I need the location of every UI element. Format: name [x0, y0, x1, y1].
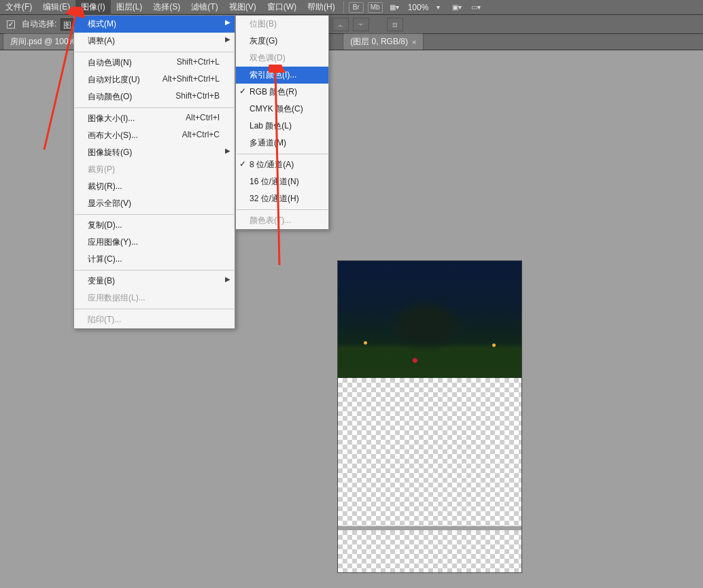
menu-divider: [237, 154, 328, 154]
document-canvas[interactable]: [338, 261, 521, 572]
zoom-level[interactable]: 100%: [408, 3, 429, 12]
mode-multichannel[interactable]: 多通道(M): [236, 135, 328, 152]
minibridge-icon[interactable]: Mb: [368, 2, 383, 13]
menu-variables[interactable]: 变量(B)▶: [74, 273, 235, 290]
menu-auto-contrast[interactable]: 自动对比度(U)Alt+Shift+Ctrl+L: [74, 71, 235, 88]
menu-window[interactable]: 窗口(W): [262, 0, 302, 15]
mode-color-table: 颜色表(T)...: [236, 212, 328, 229]
menu-adjustments[interactable]: 调整(A)▶: [74, 33, 235, 50]
menu-apply-data-set: 应用数据组(L)...: [74, 290, 235, 307]
menu-help[interactable]: 帮助(H): [302, 0, 341, 15]
mode-duotone: 双色调(D): [236, 50, 328, 67]
mode-cmyk[interactable]: CMYK 颜色(C): [236, 101, 328, 118]
film-icon[interactable]: ▦▾: [387, 2, 402, 13]
screen-mode-icon[interactable]: ▭▾: [468, 2, 483, 13]
menu-divider: [237, 209, 328, 210]
menu-mode[interactable]: 模式(M)▶: [74, 16, 235, 33]
mode-indexed-color[interactable]: 索引颜色(I)...: [236, 67, 328, 84]
menu-view[interactable]: 视图(V): [224, 0, 262, 15]
menu-file[interactable]: 文件(F): [0, 0, 37, 15]
transparent-area: [338, 378, 521, 526]
tab-label: 房间.psd @ 100%: [10, 36, 75, 48]
main-menu-bar: 文件(F) 编辑(E) 图像(I) 图层(L) 选择(S) 滤镜(T) 视图(V…: [0, 0, 703, 15]
menu-apply-image[interactable]: 应用图像(Y)...: [74, 234, 235, 251]
mode-grayscale[interactable]: 灰度(G): [236, 33, 328, 50]
menu-select[interactable]: 选择(S): [148, 0, 186, 15]
document-tab-1[interactable]: 房间.psd @ 100%: [3, 33, 83, 50]
image-content: [338, 261, 521, 378]
menu-image[interactable]: 图像(I): [75, 0, 110, 15]
mode-bitmap: 位图(B): [236, 16, 328, 33]
image-menu-dropdown: 模式(M)▶ 调整(A)▶ 自动色调(N)Shift+Ctrl+L 自动对比度(…: [73, 15, 235, 329]
menu-divider: [75, 52, 234, 52]
menu-divider: [75, 214, 234, 215]
auto-select-label: 自动选择:: [22, 18, 56, 30]
transparent-area-2: [338, 530, 521, 572]
mode-lab[interactable]: Lab 颜色(L): [236, 118, 328, 135]
menu-divider: [75, 270, 234, 271]
menu-filter[interactable]: 滤镜(T): [186, 0, 223, 15]
auto-select-checkbox[interactable]: ✓: [7, 20, 15, 29]
close-icon[interactable]: ×: [412, 38, 416, 46]
mode-submenu: 位图(B) 灰度(G) 双色调(D) 索引颜色(I)... ✓RGB 颜色(R)…: [235, 15, 329, 230]
menu-crop: 裁剪(P): [74, 161, 235, 178]
document-tab-2[interactable]: (图层 0, RGB/8) ×: [343, 33, 424, 50]
tab-label: (图层 0, RGB/8): [350, 36, 408, 48]
mode-rgb[interactable]: ✓RGB 颜色(R): [236, 84, 328, 101]
menu-image-size[interactable]: 图像大小(I)...Alt+Ctrl+I: [74, 110, 235, 127]
menu-trim[interactable]: 裁切(R)...: [74, 178, 235, 195]
mode-32bit[interactable]: 32 位/通道(H): [236, 190, 328, 207]
menu-auto-color[interactable]: 自动颜色(O)Shift+Ctrl+B: [74, 88, 235, 105]
menu-edit[interactable]: 编辑(E): [37, 0, 75, 15]
arrange-icon[interactable]: ▣▾: [449, 2, 464, 13]
bridge-icon[interactable]: Br: [349, 2, 364, 13]
align-center-icon[interactable]: ⫠: [332, 18, 349, 31]
menu-layer[interactable]: 图层(L): [111, 0, 148, 15]
menu-divider: [75, 107, 234, 108]
menu-duplicate[interactable]: 复制(D)...: [74, 217, 235, 234]
menu-canvas-size[interactable]: 画布大小(S)...Alt+Ctrl+C: [74, 127, 235, 144]
mode-16bit[interactable]: 16 位/通道(N): [236, 173, 328, 190]
menu-separator: [343, 1, 344, 14]
menu-reveal-all[interactable]: 显示全部(V): [74, 195, 235, 212]
menu-calculations[interactable]: 计算(C)...: [74, 251, 235, 268]
menu-image-rotation[interactable]: 图像旋转(G)▶: [74, 144, 235, 161]
align-right-icon[interactable]: ⫟: [353, 18, 369, 31]
distribute-icon[interactable]: ⧈: [387, 18, 403, 31]
menu-auto-tone[interactable]: 自动色调(N)Shift+Ctrl+L: [74, 54, 235, 71]
menu-divider: [75, 309, 234, 309]
menu-trap: 陷印(T)...: [74, 311, 235, 328]
mode-8bit[interactable]: ✓8 位/通道(A): [236, 156, 328, 173]
zoom-dropdown-icon[interactable]: ▾: [430, 2, 445, 13]
